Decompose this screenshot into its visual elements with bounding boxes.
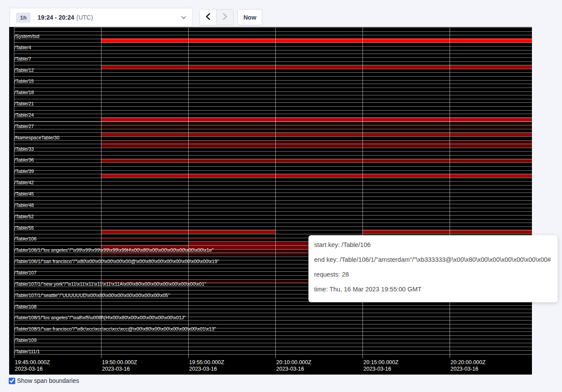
row-label: /Table/15 [14,78,34,84]
row-label: /Table/39 [14,169,34,174]
row-label: /Table/107/1/"seattle"/"UUUUUUD\x00\x80\… [14,293,170,298]
key-visualizer-canvas[interactable]: /System/tsd/Table/4/Table/7/Table/12/Tab… [9,27,532,375]
tick-time: 20:15:00.000Z [363,359,399,366]
heat-band[interactable] [101,245,188,249]
tick-time: 19:45:00.000Z [15,359,50,366]
tooltip-line: end key: /Table/106/1/"amsterdam"/"\xb33… [314,255,551,264]
heat-band[interactable] [101,249,309,255]
tick-date: 2023-03-16 [363,366,399,372]
tooltip-line: time: Thu, 16 Mar 2023 19:55:00 GMT [314,285,551,294]
time-gridline [275,27,276,358]
heat-band[interactable] [101,38,532,43]
time-gridline [450,27,450,358]
tick-date: 2023-03-16 [276,366,311,372]
heat-band[interactable] [101,125,532,129]
heat-band[interactable] [101,237,275,240]
footer: Show span boundaries [9,377,79,384]
x-axis-tick: 20:20:00.000Z2023-03-16 [450,359,486,372]
heat-band[interactable] [101,117,532,121]
tooltip-line: requests: 28 [314,270,551,279]
chevron-right-icon [223,13,227,21]
row-label: /Table/108/1/"san francisco"/"\x8c\xcc\x… [14,326,216,331]
range-text: 19:24 - 20:24 [37,14,74,21]
row-label: /Table/33 [14,146,34,152]
tick-date: 2023-03-16 [450,366,486,372]
tick-time: 19:55:00.000Z [189,359,224,366]
next-interval-button[interactable] [217,10,233,25]
row-label: /Table/106/1/"san francisco"/"\x80\x00\x… [14,259,219,264]
x-axis-tick: 19:55:00.000Z2023-03-16 [189,359,224,372]
row-label: /Table/111/1 [14,349,40,354]
row-label: /Table/107 [14,270,37,275]
heat-band[interactable] [188,242,309,249]
row-label: /Table/45 [14,191,34,196]
row-label: /Table/108 [14,304,37,309]
row-label: /Table/52 [14,214,34,219]
tick-time: 20:20:00.000Z [450,359,486,366]
tick-date: 2023-03-16 [15,366,50,372]
span-boundary-gridlines [14,27,532,358]
tick-date: 2023-03-16 [102,366,137,372]
row-label: /Table/7 [14,56,31,61]
show-span-boundaries-label: Show span boundaries [17,377,79,384]
tick-time: 20:10:00.000Z [276,359,311,366]
row-label: /Table/48 [14,203,34,208]
heat-band[interactable] [101,230,275,234]
x-axis-tick: 19:45:00.000Z2023-03-16 [15,359,50,372]
time-gridline [101,27,102,358]
row-label: /NamespaceTable/30 [14,135,59,140]
row-label: /System/tsd [14,34,39,39]
row-label: /Table/21 [14,101,34,106]
toolbar: 1h 19:24 - 20:24 (UTC) Now [0,0,562,27]
time-nav-group [200,9,234,25]
x-axis-tick: 19:50:00.000Z2023-03-16 [102,359,137,372]
heat-band[interactable] [101,144,532,148]
time-range-dropdown[interactable]: 1h 19:24 - 20:24 (UTC) [10,8,193,27]
show-span-boundaries-checkbox[interactable] [9,378,15,384]
heat-band[interactable] [101,280,309,284]
tooltip-line: start key: /Table/106 [314,240,551,249]
x-axis-tick: 20:15:00.000Z2023-03-16 [363,359,399,372]
now-button[interactable]: Now [237,9,262,25]
row-label: /Table/12 [14,68,34,73]
range-duration-badge: 1h [16,13,30,23]
time-gridline [188,27,189,358]
row-label: /Table/106 [14,236,37,241]
row-label: /Table/18 [14,90,34,95]
span-tooltip: start key: /Table/106end key: /Table/106… [308,235,558,302]
heat-band[interactable] [101,122,532,125]
time-gridline [362,27,363,358]
tick-date: 2023-03-16 [189,366,224,372]
chevron-down-icon [181,16,186,19]
row-label: /Table/36 [14,157,34,162]
heat-band[interactable] [101,132,532,136]
row-label: /Table/42 [14,180,34,185]
heat-band[interactable] [101,140,532,144]
prev-interval-button[interactable] [200,10,217,25]
x-axis-tick: 20:10:00.000Z2023-03-16 [276,359,311,372]
chevron-left-icon [206,13,210,21]
range-timezone: (UTC) [76,14,93,21]
heat-band[interactable] [101,174,532,178]
time-gridline [14,27,14,358]
heat-band[interactable] [362,230,532,234]
row-label: /Table/4 [14,45,31,50]
tick-time: 19:50:00.000Z [102,359,137,366]
row-label: /Table/27 [14,124,34,129]
heat-band[interactable] [101,65,532,69]
row-label: /Table/109 [14,338,37,343]
heat-band[interactable] [101,159,532,162]
row-label: /Table/108/1/"los angeles"/"\xa8\xf5\u00… [14,315,186,320]
row-label: /Table/24 [14,112,34,118]
row-label: /Table/55 [14,225,34,230]
